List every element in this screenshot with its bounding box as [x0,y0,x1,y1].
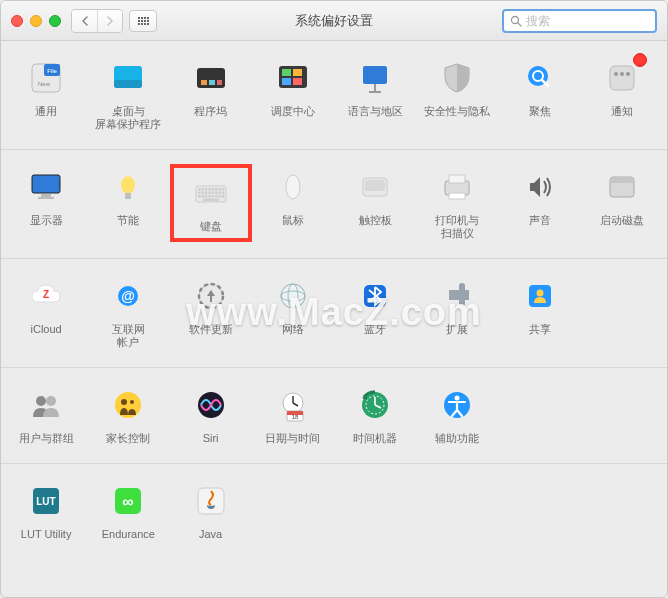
pref-label: 日期与时间 [265,432,320,445]
pref-section-1: 显示器节能键盘鼠标触控板打印机与 扫描仪声音启动磁盘 [1,150,667,259]
mission-iconbox [272,57,314,99]
pref-endurance[interactable]: ∞Endurance [87,478,169,543]
displays-iconbox [25,166,67,208]
security-iconbox [436,57,478,99]
pref-printers[interactable]: 打印机与 扫描仪 [416,164,498,242]
svg-rect-14 [293,69,302,76]
close-window-button[interactable] [11,15,23,27]
pref-desktop[interactable]: 桌面与 屏幕保护程序 [87,55,169,133]
language-icon [355,58,395,98]
pref-mouse[interactable]: 鼠标 [252,164,334,242]
svg-rect-46 [211,192,214,195]
pref-extensions[interactable]: 扩展 [416,273,498,351]
pref-icloud[interactable]: ZiCloud [5,273,87,351]
pref-notifications[interactable]: 通知 [581,55,663,133]
svg-point-26 [626,72,630,76]
keyboard-iconbox [190,172,232,214]
pref-general[interactable]: FileNew通用 [5,55,87,133]
pref-lut[interactable]: LUTLUT Utility [5,478,87,543]
icloud-icon: Z [26,276,66,316]
svg-point-82 [115,392,141,418]
svg-text:∞: ∞ [123,493,134,510]
java-icon [191,481,231,521]
pref-mission[interactable]: 调度中心 [252,55,334,133]
svg-rect-15 [282,78,291,85]
pref-label: 触控板 [359,214,392,227]
internet-icon: @ [108,276,148,316]
show-all-button[interactable] [129,10,157,32]
svg-rect-34 [198,188,201,191]
svg-line-1 [518,23,521,26]
pref-siri[interactable]: Siri [170,382,252,447]
svg-point-81 [46,396,56,406]
forward-button[interactable] [97,10,122,32]
pref-displays[interactable]: 显示器 [5,164,87,242]
pref-timemachine[interactable]: 时间机器 [334,382,416,447]
svg-rect-32 [125,193,131,199]
pref-sound[interactable]: 声音 [499,164,581,242]
svg-rect-36 [204,188,207,191]
svg-rect-50 [198,195,201,198]
spotlight-icon [520,58,560,98]
pref-startup[interactable]: 启动磁盘 [581,164,663,242]
svg-text:New: New [38,81,51,87]
pref-spotlight[interactable]: 聚焦 [499,55,581,133]
pref-parental[interactable]: 家长控制 [87,382,169,447]
pref-sharing[interactable]: 共享 [499,273,581,351]
pref-java[interactable]: Java [170,478,252,543]
svg-point-83 [121,399,127,405]
pref-software[interactable]: 软件更新 [170,273,252,351]
network-icon [273,276,313,316]
search-field[interactable] [502,9,657,33]
svg-rect-61 [365,180,385,191]
accessibility-icon [437,385,477,425]
svg-rect-30 [38,197,54,199]
svg-rect-16 [293,78,302,85]
svg-rect-52 [204,195,207,198]
pref-label: iCloud [31,323,62,336]
pref-datetime[interactable]: 18日期与时间 [252,382,334,447]
icloud-iconbox: Z [25,275,67,317]
timemachine-iconbox [354,384,396,426]
search-input[interactable] [526,14,649,28]
svg-rect-23 [610,66,634,90]
users-iconbox [25,384,67,426]
pref-label: 蓝牙 [364,323,386,336]
pref-network[interactable]: 网络 [252,273,334,351]
pref-label: 显示器 [30,214,63,227]
svg-rect-9 [201,80,207,85]
svg-text:@: @ [122,288,136,304]
pref-users[interactable]: 用户与群组 [5,382,87,447]
pref-bluetooth[interactable]: 蓝牙 [334,273,416,351]
sharing-iconbox [519,275,561,317]
general-iconbox: FileNew [25,57,67,99]
pref-keyboard[interactable]: 键盘 [176,170,246,235]
endurance-iconbox: ∞ [107,480,149,522]
parental-icon [108,385,148,425]
printers-icon [437,167,477,207]
bluetooth-iconbox [354,275,396,317]
pref-label: 家长控制 [106,432,150,445]
pref-accessibility[interactable]: 辅助功能 [416,382,498,447]
pref-dock[interactable]: 程序坞 [170,55,252,133]
extensions-iconbox [436,275,478,317]
pref-internet[interactable]: @互联网 帐户 [87,273,169,351]
back-button[interactable] [72,10,97,32]
language-iconbox [354,57,396,99]
pref-trackpad[interactable]: 触控板 [334,164,416,242]
svg-rect-66 [610,177,634,183]
svg-rect-54 [211,195,214,198]
svg-point-98 [455,396,460,401]
pref-energy[interactable]: 节能 [87,164,169,242]
zoom-window-button[interactable] [49,15,61,27]
pref-label: Java [199,528,222,541]
pref-security[interactable]: 安全性与隐私 [416,55,498,133]
minimize-window-button[interactable] [30,15,42,27]
pref-language[interactable]: 语言与地区 [334,55,416,133]
pref-label: 软件更新 [189,323,233,336]
svg-rect-53 [208,195,211,198]
search-icon [510,15,522,27]
lut-icon: LUT [26,481,66,521]
svg-point-79 [536,290,543,297]
highlight-box: 键盘 [170,164,252,242]
